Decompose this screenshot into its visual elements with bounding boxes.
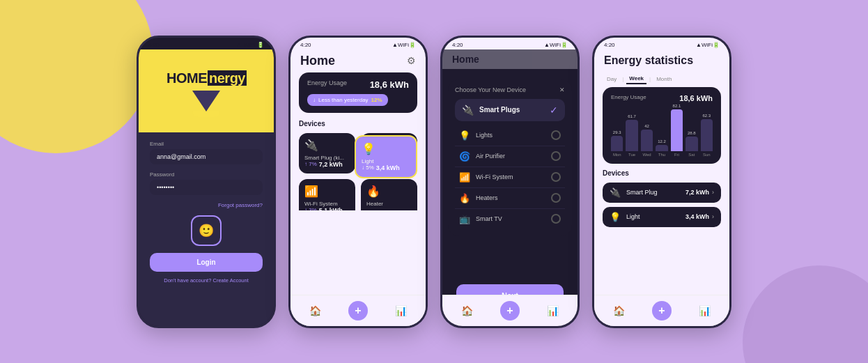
close-icon[interactable]: ✕ [559,86,565,93]
home-nav-icon[interactable]: 🏠 [309,305,321,316]
energy-value: 18,6 kWh [370,79,409,90]
bg-circle-yellow [0,0,153,153]
tab-month[interactable]: Month [653,75,674,84]
stat-up-icon: ↑ 7% [304,161,317,167]
home-nav-icon-3[interactable]: 🏠 [461,305,473,316]
tabs-row: Day | Week | Month [594,71,729,87]
password-input[interactable] [150,180,263,195]
status-icons-2: ▲WiFi🔋 [392,42,416,48]
chevron-right-icon-light: › [712,213,714,220]
status-time-2: 4:20 [300,42,311,48]
create-account-link[interactable]: Create Account [212,277,248,284]
overlay-header: Choose Your New Device ✕ [455,86,565,93]
list-item-heaters[interactable]: 🔥 Heaters [455,188,565,209]
lights-radio[interactable] [551,130,561,140]
stat-light-icon: 💡 [610,212,621,222]
device-heater[interactable]: 🔥 Heater [361,179,417,211]
home-title: Home [300,54,335,68]
bar-col-sat: 28.8Sat [685,131,697,157]
bar-value-sat: 28.8 [688,131,696,135]
chart-header: Energy Usage 18,6 kWh [611,94,713,102]
status-bar-4: 4:20 ▲WiFi🔋 [594,38,729,49]
list-item-wifi[interactable]: 📶 Wi-Fi System [455,167,565,188]
bottom-nav-4: 🏠 + 📊 [594,295,729,326]
heaters-radio[interactable] [551,193,561,203]
stats-nav-icon-4[interactable]: 📊 [699,305,711,316]
bar-thu [656,145,667,151]
device-wifi[interactable]: 📶 Wi-Fi System ↑ 3% 5,1 kWh [299,179,355,211]
bar-value-mon: 29.3 [613,130,621,134]
email-input[interactable] [150,149,263,164]
forgot-password-link[interactable]: Forgot password? [150,202,263,208]
bar-value-sun: 62.3 [702,114,711,118]
energy-badge: ↓ Less than yesterday 12% [307,94,388,106]
chevron-right-icon-plug: › [712,189,714,196]
smart-plug-selected-icon: 🔌 [462,105,474,116]
check-icon: ✓ [550,105,558,116]
chart-energy-value: 18,6 kWh [679,94,713,102]
phone-energy-stats: 4:20 ▲WiFi🔋 Energy statistics Day | Week… [592,36,731,328]
energy-stats-screen: Energy statistics Day | Week | Month Ene… [594,49,729,326]
bar-value-fri: 82.1 [673,104,681,108]
air-purifier-radio[interactable] [551,151,561,161]
add-button-3[interactable]: + [500,301,520,320]
energy-label: Energy Usage [307,79,347,90]
home-header: Home ⚙ [290,49,426,72]
logo-home: HOME [166,70,208,86]
smart-tv-radio[interactable] [551,214,561,224]
wifi-radio[interactable] [551,172,561,182]
light-name: Light [362,158,410,164]
login-button[interactable]: Login [150,253,263,272]
wifi-up-icon: ↑ 3% [304,207,317,210]
stats-devices: Devices 🔌 Smart Plug 7,2 kWh › 💡 Light [594,164,729,237]
tab-day[interactable]: Day [604,75,619,84]
bar-label-tue: Tue [628,153,635,157]
password-group: Password [150,171,263,195]
selected-device-info: 🔌 Smart Plugs [462,105,520,116]
add-button-4[interactable]: + [652,301,672,320]
wifi-icon: 📶 [304,185,350,198]
bar-col-wed: 42Wed [641,124,653,157]
status-icons-1: ▲ WiFi 🔋 [236,42,264,48]
bar-value-thu: 12.2 [658,139,666,144]
heaters-list-label: Heaters [476,194,498,201]
email-label: Email [150,141,263,147]
gear-icon[interactable]: ⚙ [407,55,416,66]
face-id-button[interactable]: 🙂 [191,215,222,246]
stat-device-smart-plug[interactable]: 🔌 Smart Plug 7,2 kWh › [603,183,721,203]
device-light-floating[interactable]: 💡 Light ↓ 5% 3,4 kWh [355,135,417,178]
light-icon: 💡 [362,142,410,155]
phone-choose-device: 4:20 ▲WiFi🔋 Home Choose Your New Device … [440,36,580,328]
list-item-lights[interactable]: 💡 Lights [455,125,565,146]
bar-value-wed: 42 [644,124,649,128]
add-device-button[interactable]: + [348,301,368,320]
tab-week[interactable]: Week [626,74,646,84]
device-smart-plug[interactable]: 🔌 Smart Plug (ki... ↑ 7% 7,2 kWh [299,133,355,173]
stats-header: Energy statistics [594,49,729,71]
stats-title: Energy statistics [604,54,720,67]
bar-fri [671,109,683,151]
bg-home-title: Home [442,49,578,69]
list-item-air-purifier[interactable]: 🌀 Air Purifier [455,146,565,167]
smart-tv-list-icon: 📺 [459,214,470,224]
stats-nav-icon-3[interactable]: 📊 [547,305,559,316]
air-purifier-list-label: Air Purifier [476,153,505,160]
lamp-light [192,111,220,117]
status-time-1: 4:20 [148,42,160,48]
bar-mon [611,136,623,150]
bar-label-fri: Fri [674,153,679,157]
home-nav-icon-4[interactable]: 🏠 [613,305,625,316]
password-label: Password [150,171,263,178]
status-bar-1: 4:20 ▲ WiFi 🔋 [139,38,274,49]
status-time-3: 4:20 [452,42,463,48]
chart-section: Energy Usage 18,6 kWh 29.3Mon61.7Tue42We… [603,87,721,164]
bar-label-sun: Sun [703,153,711,157]
selected-device-row[interactable]: 🔌 Smart Plugs ✓ [455,99,565,121]
lights-icon: 💡 [459,130,470,141]
login-body: Email Password Forgot password? 🙂 Login … [139,130,274,326]
list-item-smart-tv[interactable]: 📺 Smart TV [455,209,565,229]
stats-nav-icon[interactable]: 📊 [395,305,407,316]
stat-device-light[interactable]: 💡 Light 3,4 kWh › [603,207,721,227]
stat-light-name: Light [626,213,640,220]
bar-wed [641,130,653,151]
